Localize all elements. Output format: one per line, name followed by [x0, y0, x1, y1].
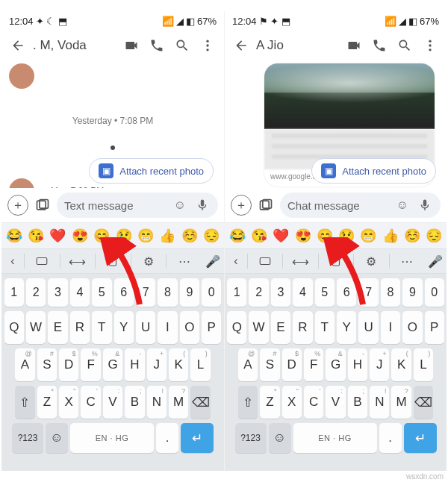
- emoji[interactable]: 👍: [382, 228, 399, 244]
- emoji[interactable]: 😊: [93, 228, 110, 244]
- emoji[interactable]: 👍: [159, 228, 175, 244]
- chevron-left-icon[interactable]: ‹: [1, 254, 24, 268]
- key-g[interactable]: G&: [103, 348, 122, 381]
- chevron-left-icon[interactable]: ‹: [225, 254, 247, 268]
- enter-key[interactable]: ↵: [404, 423, 437, 453]
- key-7[interactable]: 7: [358, 278, 378, 307]
- key-9[interactable]: 9: [180, 278, 199, 307]
- emoji-icon[interactable]: ☺: [394, 197, 411, 213]
- key-z[interactable]: Z*: [37, 386, 57, 419]
- emoji-key[interactable]: ☺: [46, 423, 68, 453]
- emoji[interactable]: 😁: [360, 228, 376, 244]
- key-8[interactable]: 8: [158, 278, 177, 307]
- emoji[interactable]: 😂: [229, 228, 246, 244]
- key-r[interactable]: R: [293, 311, 312, 344]
- emoji[interactable]: 😔: [426, 228, 442, 244]
- key-3[interactable]: 3: [271, 278, 290, 307]
- key-d[interactable]: D$: [59, 348, 78, 381]
- key-n[interactable]: N!: [147, 386, 167, 419]
- key-q[interactable]: Q: [4, 311, 24, 344]
- backspace-key[interactable]: ⌫: [414, 386, 433, 419]
- key-8[interactable]: 8: [381, 278, 400, 307]
- key-r[interactable]: R: [70, 311, 90, 344]
- clipboard-icon[interactable]: [319, 254, 353, 268]
- key-6[interactable]: 6: [114, 278, 134, 307]
- mic-icon[interactable]: [194, 197, 211, 213]
- emoji[interactable]: ❤️: [49, 228, 66, 244]
- space-key[interactable]: EN · HG: [70, 423, 154, 453]
- key-e[interactable]: E: [48, 311, 67, 344]
- emoji[interactable]: ☺️: [404, 228, 420, 244]
- video-call-button[interactable]: [121, 35, 142, 56]
- emoji[interactable]: 😢: [338, 228, 355, 244]
- key-y[interactable]: Y: [337, 311, 356, 344]
- key-9[interactable]: 9: [402, 278, 422, 307]
- key-l[interactable]: L): [414, 348, 433, 381]
- key-k[interactable]: K(: [391, 348, 411, 381]
- settings-icon[interactable]: ⚙: [354, 254, 388, 269]
- emoji[interactable]: 😢: [116, 228, 132, 244]
- key-b[interactable]: B;: [348, 386, 367, 419]
- key-5[interactable]: 5: [92, 278, 111, 307]
- emoji[interactable]: 😍: [72, 228, 88, 244]
- emoji[interactable]: ☺️: [181, 228, 198, 244]
- mic-toolbar-icon[interactable]: 🎤: [424, 254, 447, 269]
- key-j[interactable]: J+: [147, 348, 167, 381]
- key-w[interactable]: W: [26, 311, 46, 344]
- settings-icon[interactable]: ⚙: [131, 254, 167, 269]
- key-3[interactable]: 3: [48, 278, 67, 307]
- backspace-key[interactable]: ⌫: [190, 386, 210, 419]
- symbols-key[interactable]: ?123: [12, 423, 43, 453]
- key-o[interactable]: O: [402, 311, 422, 344]
- key-7[interactable]: 7: [136, 278, 155, 307]
- add-button[interactable]: ＋: [7, 195, 28, 216]
- key-e[interactable]: E: [271, 311, 290, 344]
- key-a[interactable]: A@: [238, 348, 258, 381]
- mic-toolbar-icon[interactable]: 🎤: [202, 254, 224, 269]
- period-key[interactable]: .: [156, 423, 178, 453]
- key-t[interactable]: T: [315, 311, 335, 344]
- conversation-title[interactable]: A Jio: [256, 38, 339, 53]
- key-p[interactable]: P: [202, 311, 221, 344]
- key-m[interactable]: M?: [391, 386, 411, 419]
- shift-key[interactable]: ⇧: [238, 386, 258, 419]
- cursor-icon[interactable]: ⟷: [283, 254, 317, 269]
- gif-icon[interactable]: [248, 254, 282, 268]
- emoji[interactable]: 😔: [203, 228, 220, 244]
- key-u[interactable]: U: [358, 311, 378, 344]
- key-c[interactable]: C': [81, 386, 100, 419]
- clipboard-icon[interactable]: [96, 254, 131, 268]
- key-f[interactable]: F%: [304, 348, 323, 381]
- emoji[interactable]: 😍: [295, 228, 311, 244]
- conversation-title[interactable]: . M, Voda: [33, 38, 116, 53]
- key-i[interactable]: I: [381, 311, 400, 344]
- key-y[interactable]: Y: [114, 311, 134, 344]
- key-o[interactable]: O: [180, 311, 199, 344]
- key-1[interactable]: 1: [4, 278, 24, 307]
- message-input[interactable]: Chat message ☺: [280, 193, 441, 218]
- key-6[interactable]: 6: [337, 278, 356, 307]
- key-a[interactable]: A@: [15, 348, 34, 381]
- key-t[interactable]: T: [92, 311, 111, 344]
- key-0[interactable]: 0: [202, 278, 221, 307]
- call-button[interactable]: [369, 35, 390, 56]
- key-x[interactable]: X": [282, 386, 302, 419]
- add-button[interactable]: ＋: [231, 195, 252, 216]
- symbols-key[interactable]: ?123: [235, 423, 267, 453]
- key-n[interactable]: N!: [370, 386, 389, 419]
- key-m[interactable]: M?: [169, 386, 188, 419]
- attach-photo-button[interactable]: ▣ Attach recent photo: [89, 158, 214, 184]
- key-h[interactable]: H-: [125, 348, 144, 381]
- key-s[interactable]: S#: [37, 348, 57, 381]
- enter-key[interactable]: ↵: [181, 423, 214, 453]
- emoji[interactable]: 😘: [28, 228, 44, 244]
- search-button[interactable]: [394, 35, 415, 56]
- more-button[interactable]: [420, 35, 441, 56]
- emoji[interactable]: ❤️: [273, 228, 289, 244]
- gif-icon[interactable]: [25, 254, 60, 268]
- more-toolbar-icon[interactable]: ⋯: [167, 254, 202, 269]
- key-i[interactable]: I: [158, 311, 177, 344]
- back-button[interactable]: [7, 35, 28, 56]
- key-u[interactable]: U: [136, 311, 155, 344]
- key-v[interactable]: V:: [326, 386, 345, 419]
